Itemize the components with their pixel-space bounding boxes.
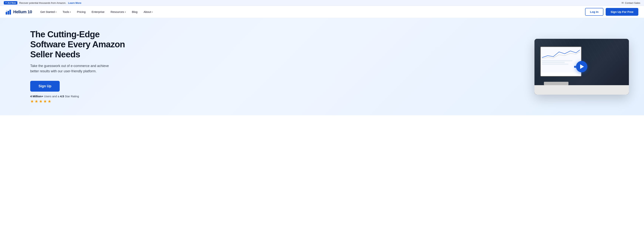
chevron-down-icon: ▾ xyxy=(125,11,126,13)
monitor-chart xyxy=(542,48,580,59)
hero-video-thumbnail[interactable]: Submit xyxy=(534,39,629,95)
chevron-down-icon: ▾ xyxy=(152,11,152,13)
hero-subtitle: Take the guesswork out of e-commerce and… xyxy=(30,63,110,74)
hero-rating-suffix: Star Rating xyxy=(64,95,79,98)
nav-label-blog: Blog xyxy=(132,10,138,14)
nav-label-pricing: Pricing xyxy=(77,10,86,14)
star-1: ★ xyxy=(30,99,34,104)
nav-item-pricing[interactable]: Pricing xyxy=(74,9,88,15)
hero-section: The Cutting-Edge Software Every Amazon S… xyxy=(0,18,644,115)
nav-item-get-started[interactable]: Get Started ▾ xyxy=(38,9,59,15)
announcement-left: Act Now Recover potential thousands from… xyxy=(4,1,82,5)
nav-item-resources[interactable]: Resources ▾ xyxy=(108,9,128,15)
act-now-badge[interactable]: Act Now xyxy=(4,1,17,5)
hero-actions: Sign Up 4 Million+ Users and a 4.5 Star … xyxy=(30,81,128,104)
svg-rect-0 xyxy=(6,12,7,15)
learn-more-link[interactable]: Learn More xyxy=(68,2,82,4)
navbar: Helium 10 Get Started ▾ Tools ▾ Pricing … xyxy=(0,6,644,18)
nav-item-tools[interactable]: Tools ▾ xyxy=(60,9,74,15)
nav-label-get-started: Get Started xyxy=(40,10,55,14)
announcement-bar: Act Now Recover potential thousands from… xyxy=(0,0,644,6)
monitor-screen: Submit xyxy=(541,47,581,72)
star-3: ★ xyxy=(39,99,43,104)
nav-item-enterprise[interactable]: Enterprise xyxy=(89,9,107,15)
video-desk-surface xyxy=(534,85,629,95)
hero-content: The Cutting-Edge Software Every Amazon S… xyxy=(30,29,128,104)
logo[interactable]: Helium 10 xyxy=(6,9,32,15)
svg-rect-3 xyxy=(6,11,7,12)
hero-users-suffix: Users and a xyxy=(43,95,60,98)
hero-users-count: 4 Million+ xyxy=(30,95,43,98)
svg-rect-1 xyxy=(8,11,9,15)
hero-signup-button[interactable]: Sign Up xyxy=(30,81,60,92)
star-4: ★ xyxy=(43,99,47,104)
svg-rect-2 xyxy=(10,10,11,15)
play-button[interactable] xyxy=(576,61,587,72)
video-background: Submit xyxy=(534,39,629,95)
chevron-down-icon: ▾ xyxy=(56,11,56,13)
nav-label-resources: Resources xyxy=(110,10,124,14)
announcement-message: Recover potential thousands from Amazon. xyxy=(19,2,66,4)
nav-label-about: About xyxy=(144,10,151,14)
hero-users-text: 4 Million+ Users and a 4.5 Star Rating xyxy=(30,95,128,98)
logo-text: Helium 10 xyxy=(13,10,32,14)
nav-label-enterprise: Enterprise xyxy=(92,10,104,14)
star-5-half: ★ xyxy=(48,99,51,104)
hero-social-proof: 4 Million+ Users and a 4.5 Star Rating ★… xyxy=(30,95,128,104)
hero-title: The Cutting-Edge Software Every Amazon S… xyxy=(30,29,128,59)
nav-item-about[interactable]: About ▾ xyxy=(141,9,155,15)
star-2: ★ xyxy=(34,99,38,104)
hero-rating: 4.5 xyxy=(60,95,64,98)
star-rating: ★ ★ ★ ★ ★ xyxy=(30,99,128,104)
nav-left: Helium 10 Get Started ▾ Tools ▾ Pricing … xyxy=(6,9,155,15)
nav-label-tools: Tools xyxy=(62,10,69,14)
signup-button[interactable]: Sign Up For Free xyxy=(606,8,638,16)
login-button[interactable]: Log In xyxy=(585,8,604,16)
chevron-down-icon: ▾ xyxy=(70,11,71,13)
helium10-logo-icon xyxy=(6,9,12,15)
video-keyboard xyxy=(544,82,568,85)
nav-right: Log In Sign Up For Free xyxy=(585,8,638,16)
contact-sales-link[interactable]: Contact Sales xyxy=(622,1,640,4)
nav-item-blog[interactable]: Blog xyxy=(129,9,140,15)
video-monitor: Submit xyxy=(540,46,582,77)
nav-links: Get Started ▾ Tools ▾ Pricing Enterprise… xyxy=(38,9,155,15)
